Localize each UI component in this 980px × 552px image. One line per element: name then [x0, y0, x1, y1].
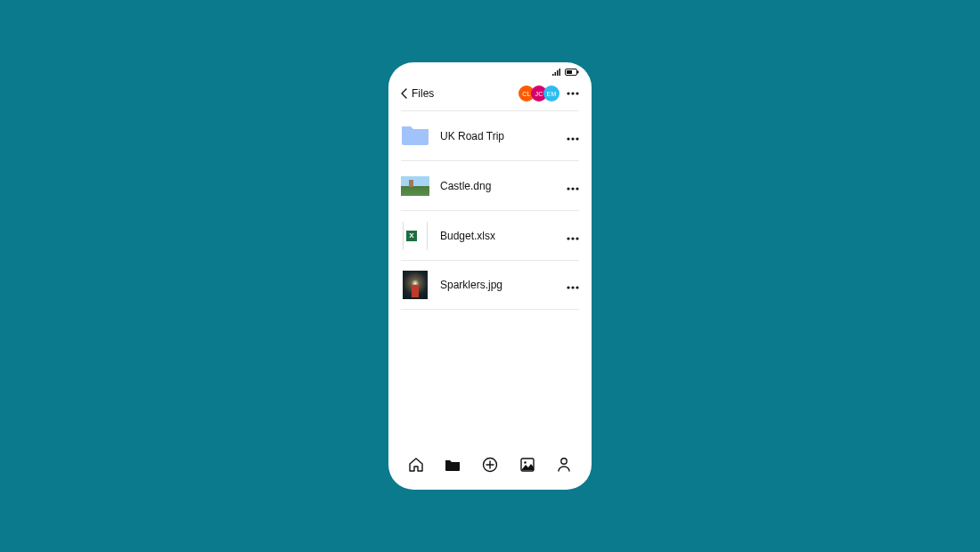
- photo-icon: [520, 458, 535, 472]
- svg-point-9: [567, 187, 569, 190]
- file-more-button[interactable]: [563, 273, 579, 296]
- more-icon: [567, 228, 579, 244]
- svg-point-12: [567, 237, 569, 239]
- chevron-left-icon: [401, 88, 408, 99]
- back-label: Files: [412, 87, 434, 100]
- svg-point-20: [524, 461, 527, 464]
- svg-point-16: [571, 286, 574, 288]
- svg-point-13: [571, 237, 574, 239]
- svg-point-7: [571, 137, 574, 140]
- person-icon: [557, 457, 571, 473]
- svg-point-6: [567, 137, 569, 140]
- file-name: Budget.xlsx: [440, 230, 552, 242]
- image-thumbnail: [403, 271, 428, 299]
- svg-point-5: [576, 92, 578, 94]
- svg-point-4: [571, 92, 574, 94]
- file-row[interactable]: XBudget.xlsx: [401, 210, 579, 260]
- more-icon: [567, 128, 579, 144]
- svg-point-8: [576, 137, 578, 140]
- battery-icon: [565, 69, 579, 76]
- svg-point-15: [567, 286, 569, 288]
- nav-add[interactable]: [476, 451, 504, 479]
- svg-point-21: [561, 459, 567, 464]
- file-name: UK Road Trip: [440, 130, 552, 142]
- home-icon: [408, 457, 424, 473]
- svg-rect-1: [567, 70, 572, 74]
- more-icon: [567, 178, 579, 194]
- avatar: EM: [543, 85, 559, 101]
- back-button[interactable]: Files: [401, 87, 434, 100]
- file-row[interactable]: Sparklers.jpg: [401, 260, 579, 310]
- file-row[interactable]: Castle.dng: [401, 160, 579, 210]
- svg-point-11: [576, 187, 578, 190]
- svg-point-17: [576, 286, 578, 288]
- svg-point-14: [576, 237, 578, 239]
- file-name: Castle.dng: [440, 180, 552, 192]
- nav-home[interactable]: [402, 451, 430, 479]
- bottom-nav: [388, 447, 592, 490]
- folder-icon: [445, 458, 461, 472]
- phone-frame: Files CLJCEM UK Road TripCastle.dngXBudg…: [388, 62, 592, 490]
- xlsx-icon: X: [403, 222, 428, 250]
- file-name: Sparklers.jpg: [440, 279, 552, 291]
- file-list: UK Road TripCastle.dngXBudget.xlsxSparkl…: [388, 110, 592, 447]
- header: Files CLJCEM: [388, 78, 592, 110]
- svg-rect-2: [577, 71, 579, 74]
- file-row[interactable]: UK Road Trip: [401, 110, 579, 160]
- status-bar: [388, 62, 592, 78]
- file-more-button[interactable]: [563, 175, 579, 198]
- plus-circle-icon: [482, 457, 498, 473]
- nav-files[interactable]: [438, 451, 467, 479]
- nav-account[interactable]: [550, 451, 578, 479]
- image-thumbnail: [401, 176, 429, 196]
- shared-avatars[interactable]: CLJCEM: [519, 85, 559, 101]
- header-more-button[interactable]: [567, 92, 579, 95]
- folder-icon: [401, 123, 429, 150]
- file-more-button[interactable]: [563, 224, 579, 248]
- more-icon: [567, 277, 579, 293]
- svg-point-3: [567, 92, 569, 94]
- signal-icon: [552, 69, 561, 76]
- file-more-button[interactable]: [563, 125, 579, 148]
- more-icon: [567, 92, 579, 95]
- nav-photos[interactable]: [513, 451, 542, 479]
- svg-point-10: [571, 187, 574, 190]
